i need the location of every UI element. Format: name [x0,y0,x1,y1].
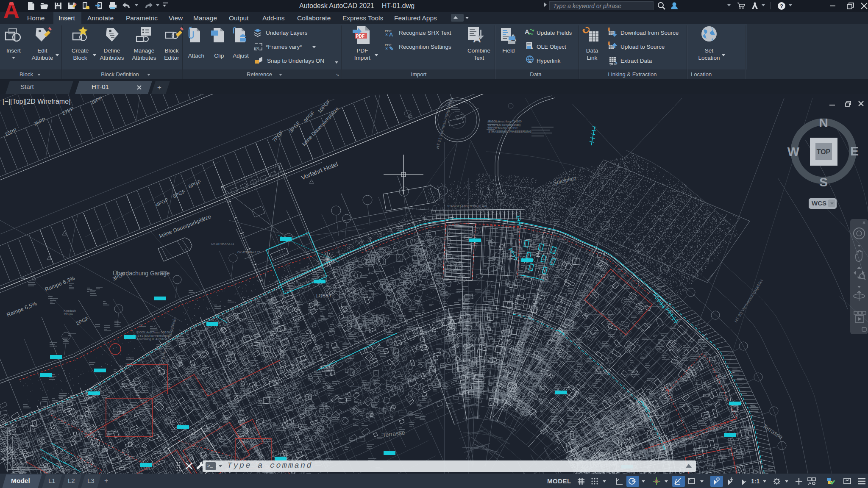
svg-text:LOBBY: LOBBY [316,293,332,298]
svg-text:E △: E △ [718,374,727,380]
svg-text:✎: ✎ [389,45,394,52]
svg-text:Anordnung H. Architekt: Anordnung H. Architekt [136,338,167,341]
svg-text:A: A [389,31,393,38]
svg-text:W: W [787,144,800,158]
svg-text:8: 8 [608,41,610,46]
svg-text:TOP: TOP [817,148,831,155]
svg-text:N: N [819,116,828,130]
svg-text:8: 8 [608,27,610,32]
svg-text:?: ? [780,3,783,9]
svg-text:150 m²: 150 m² [64,313,73,316]
svg-text:Kiesdach: Kiesdach [64,309,76,312]
svg-text:PDF: PDF [356,34,364,39]
svg-text:OK ATRIKA+2,73: OK ATRIKA+2,73 [211,242,234,245]
svg-text:A: A [525,28,529,35]
svg-text:(SYSTEM konventionell): (SYSTEM konventionell) [488,123,520,127]
svg-text:(x): (x) [255,46,259,50]
svg-text:(SYSTEM konventionell): (SYSTEM konventionell) [136,334,169,338]
svg-text:STAB-GELÄNDER d=100 mm: STAB-GELÄNDER d=100 mm [447,205,487,208]
svg-text:E: E [850,144,859,158]
svg-text:STRASSENENTWAESSERUNG: STRASSENENTWAESSERUNG [488,130,531,133]
svg-text:RIGOL Anschluss DN100: RIGOL Anschluss DN100 [488,120,522,123]
svg-text:RIGOL br=20 l16 FDR: RIGOL br=20 l16 FDR [488,127,517,130]
svg-text:RIGOL Anschluss DN100: RIGOL Anschluss DN100 [136,331,170,334]
svg-text:OK ATRIKA+2,73: OK ATRIKA+2,73 [237,251,260,254]
svg-text:S: S [819,175,828,189]
